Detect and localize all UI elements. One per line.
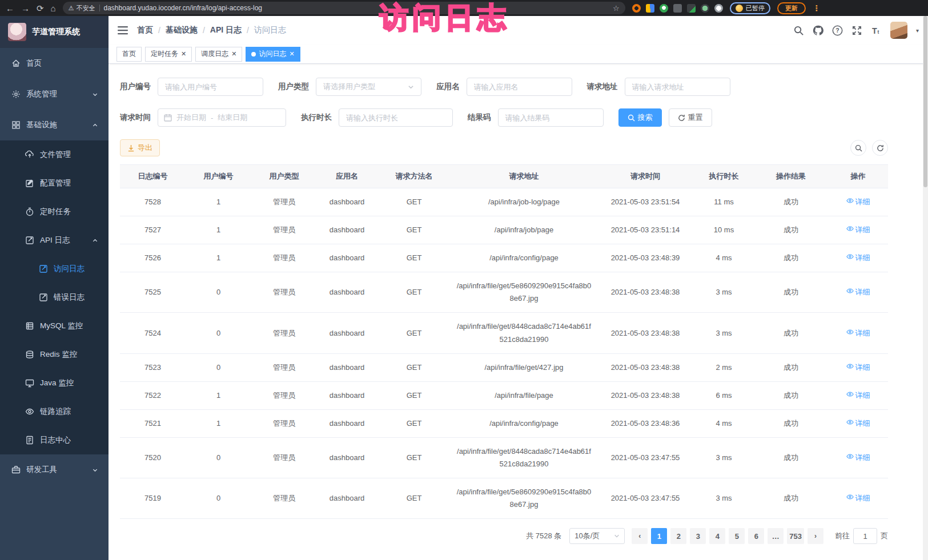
- result-code-input[interactable]: [498, 108, 604, 127]
- avatar-caret-icon[interactable]: ▾: [916, 27, 919, 34]
- address-bar[interactable]: ⚠不安全 dashboard.yudao.iocoder.cn/infra/lo…: [63, 2, 625, 14]
- github-icon[interactable]: [813, 25, 823, 36]
- app-logo-row[interactable]: 芋道管理系统: [0, 16, 109, 48]
- next-page-button[interactable]: ›: [808, 528, 823, 544]
- sidebar-item-配置管理[interactable]: 配置管理: [0, 169, 109, 198]
- sidebar-item-API 日志[interactable]: API 日志: [0, 226, 109, 255]
- breadcrumb-item-API 日志[interactable]: API 日志: [210, 25, 242, 35]
- more-pages-button[interactable]: …: [768, 528, 784, 544]
- sidebar-item-系统管理[interactable]: 系统管理: [0, 79, 109, 110]
- sidebar-item-首页[interactable]: 首页: [0, 48, 109, 79]
- detail-button[interactable]: 详细: [846, 389, 870, 402]
- breadcrumb-separator: /: [247, 26, 249, 35]
- extensions-puzzle-icon[interactable]: [714, 4, 723, 13]
- table-cell: GET: [377, 478, 451, 519]
- close-tab-icon[interactable]: ✕: [289, 51, 294, 57]
- extension-icon[interactable]: [687, 4, 696, 13]
- page-button-3[interactable]: 3: [690, 528, 706, 544]
- extension-icon[interactable]: [632, 4, 641, 13]
- refresh-table-button[interactable]: [872, 140, 888, 156]
- browser-forward-icon[interactable]: →: [21, 4, 30, 13]
- page-button-1[interactable]: 1: [651, 528, 667, 544]
- table-cell: /api/infra/file/get/5e8609290e915c4fa8b0…: [451, 272, 597, 313]
- page-button-5[interactable]: 5: [729, 528, 745, 544]
- browser-scrollbar[interactable]: [923, 16, 928, 560]
- svg-text:?: ?: [835, 27, 839, 34]
- header-search-icon[interactable]: [793, 25, 804, 36]
- table-cell: 管理员: [251, 437, 317, 478]
- page-button-4[interactable]: 4: [709, 528, 725, 544]
- table-cell: 成功: [754, 272, 828, 313]
- table-cell: 成功: [754, 216, 828, 244]
- hamburger-icon[interactable]: [118, 26, 128, 35]
- sidebar-item-日志中心[interactable]: 日志中心: [0, 426, 109, 454]
- page-button-753[interactable]: 753: [787, 528, 804, 544]
- sidebar-item-定时任务[interactable]: 定时任务: [0, 198, 109, 226]
- goto-page-input[interactable]: [853, 528, 877, 544]
- detail-button[interactable]: 详细: [846, 492, 870, 505]
- browser-update-button[interactable]: 更新: [777, 2, 806, 14]
- export-button[interactable]: 导出: [120, 139, 160, 156]
- scrollbar-thumb[interactable]: [923, 16, 927, 187]
- detail-button[interactable]: 详细: [846, 252, 870, 264]
- browser-toolbar: ← → ⟳ ⌂ ⚠不安全 dashboard.yudao.iocoder.cn/…: [0, 0, 928, 16]
- page-button-2[interactable]: 2: [670, 528, 686, 544]
- help-icon[interactable]: ?: [832, 25, 843, 36]
- page-button-6[interactable]: 6: [748, 528, 764, 544]
- font-size-icon[interactable]: Tt: [871, 25, 882, 36]
- table-cell: /api/infra/job/page: [451, 216, 597, 244]
- user-avatar[interactable]: [890, 22, 907, 39]
- tags-view-bar: 首页定时任务✕调度日志✕访问日志✕: [109, 45, 928, 64]
- profile-paused-badge[interactable]: 已暂停: [730, 2, 770, 14]
- sidebar-item-文件管理[interactable]: 文件管理: [0, 140, 109, 169]
- detail-button[interactable]: 详细: [846, 361, 870, 374]
- extension-icon[interactable]: [660, 4, 668, 13]
- request-time-range-picker[interactable]: 开始日期 - 结束日期: [158, 108, 286, 127]
- prev-page-button[interactable]: ‹: [632, 528, 648, 544]
- detail-button[interactable]: 详细: [846, 327, 870, 340]
- user-id-input[interactable]: [158, 78, 263, 96]
- close-tab-icon[interactable]: ✕: [231, 51, 236, 57]
- browser-back-icon[interactable]: ←: [6, 4, 14, 13]
- bookmark-star-icon[interactable]: ☆: [613, 4, 620, 13]
- tab-首页[interactable]: 首页: [116, 47, 142, 62]
- sidebar-item-错误日志[interactable]: 错误日志: [0, 283, 109, 312]
- extension-icon[interactable]: [646, 4, 654, 13]
- sidebar-item-MySQL 监控[interactable]: MySQL 监控: [0, 312, 109, 340]
- breadcrumb-item-基础设施[interactable]: 基础设施: [166, 25, 198, 35]
- detail-button[interactable]: 详细: [846, 417, 870, 430]
- start-date-placeholder: 开始日期: [176, 112, 206, 123]
- tab-访问日志[interactable]: 访问日志✕: [246, 47, 300, 62]
- sidebar-item-基础设施[interactable]: 基础设施: [0, 110, 109, 140]
- table-cell: 管理员: [251, 188, 317, 216]
- app-name-input[interactable]: [467, 78, 572, 96]
- sidebar-item-链路追踪[interactable]: 链路追踪: [0, 397, 109, 426]
- page-size-select[interactable]: 10条/页: [569, 528, 625, 544]
- tab-定时任务[interactable]: 定时任务✕: [145, 47, 192, 62]
- sidebar-item-Redis 监控[interactable]: Redis 监控: [0, 340, 109, 369]
- detail-button[interactable]: 详细: [846, 196, 870, 208]
- duration-input[interactable]: [339, 108, 453, 127]
- extension-icon[interactable]: [673, 4, 682, 13]
- fullscreen-icon[interactable]: [851, 25, 862, 36]
- browser-home-icon[interactable]: ⌂: [51, 4, 56, 13]
- request-url-input[interactable]: [625, 78, 730, 96]
- user-type-select[interactable]: 请选择用户类型: [316, 78, 421, 96]
- detail-button[interactable]: 详细: [846, 286, 870, 299]
- detail-button[interactable]: 详细: [846, 452, 870, 464]
- search-button[interactable]: 搜索: [618, 108, 662, 127]
- browser-menu-icon[interactable]: ⋮: [813, 3, 821, 13]
- detail-button[interactable]: 详细: [846, 224, 870, 236]
- table-cell: 1: [186, 409, 251, 437]
- breadcrumb-item-首页[interactable]: 首页: [137, 25, 153, 35]
- sidebar-item-研发工具[interactable]: 研发工具: [0, 454, 109, 485]
- hide-search-button[interactable]: [850, 140, 866, 156]
- sidebar-item-访问日志[interactable]: 访问日志: [0, 255, 109, 283]
- security-warning-icon[interactable]: ⚠不安全: [69, 4, 95, 13]
- browser-reload-icon[interactable]: ⟳: [37, 4, 44, 13]
- sidebar-item-Java 监控[interactable]: Java 监控: [0, 369, 109, 397]
- close-tab-icon[interactable]: ✕: [181, 51, 186, 57]
- extension-icon[interactable]: [701, 4, 709, 13]
- tab-调度日志[interactable]: 调度日志✕: [195, 47, 242, 62]
- reset-button[interactable]: 重置: [669, 108, 712, 127]
